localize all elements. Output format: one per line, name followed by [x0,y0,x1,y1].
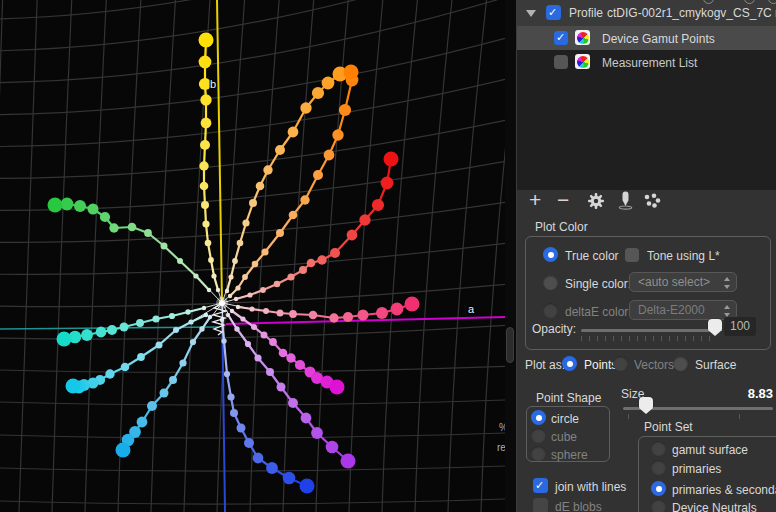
true-color-label: True color [565,249,619,263]
check-icon: ✓ [535,478,544,493]
plot-gap-strip [505,0,516,512]
layer-row-device-gamut-points[interactable]: ✓ Device Gamut Points [517,26,776,50]
point-set-primaries-secondaries-label: primaries & secondaries [672,483,776,497]
svg-text:b: b [210,78,216,90]
layer2-checkbox[interactable] [554,55,568,69]
opacity-slider-track[interactable] [581,329,711,332]
size-slider-tick [628,414,629,419]
remove-button[interactable]: − [557,190,569,210]
opacity-value: 100 [724,317,756,336]
profile-row[interactable]: ✓ Profile ctDIG-002r1_cmykogv_CS_7C no..… [517,0,776,26]
plot-as-points-radio[interactable] [562,356,577,371]
point-set-gamut-surface-label: gamut surface [672,443,748,457]
point-set-gamut-surface-radio[interactable] [651,441,666,456]
dropper-icon[interactable] [618,191,633,210]
join-with-lines-checkbox[interactable]: ✓ [533,478,548,493]
gamut-plot-canvas[interactable]: ba%re [0,0,505,512]
plot-as-surface-label: Surface [695,358,736,372]
shape-circle-radio[interactable] [531,410,546,425]
deltae-value: Delta-E2000 [638,303,705,317]
tone-using-l-checkbox[interactable] [625,248,639,262]
point-set-primaries-label: primaries [672,462,721,476]
layer-row-measurement-list[interactable]: Measurement List [517,50,776,73]
point-set-primaries-radio[interactable] [651,460,666,475]
de-blobs-label: dE blobs [555,500,602,512]
deltae-dropdown[interactable]: Delta-E2000 [629,300,737,320]
shape-cube-label: cube [551,430,577,444]
point-set-primaries-secondaries-radio[interactable] [651,481,666,496]
check-icon: ✓ [548,5,557,20]
size-value: 8.83 [739,386,773,401]
join-with-lines-label: join with lines [555,480,626,494]
shape-cube-radio[interactable] [531,428,546,443]
layer2-label: Measurement List [602,56,697,70]
single-color-dropdown[interactable]: <auto select> [629,272,737,292]
check-icon: ✓ [556,31,565,45]
layer1-label: Device Gamut Points [602,32,715,46]
opacity-slider-ticks [581,336,712,341]
single-color-label: Single color: [565,277,631,291]
gamut-3d-plot[interactable]: ba%re [0,0,505,512]
true-color-radio[interactable] [543,247,558,262]
single-color-radio[interactable] [543,275,558,290]
profile-checkbox[interactable]: ✓ [546,5,561,20]
shape-sphere-radio[interactable] [531,446,546,461]
point-set-title: Point Set [644,420,693,434]
gear-icon[interactable] [587,192,605,210]
point-set-device-neutrals-radio[interactable] [651,499,666,512]
shape-sphere-label: sphere [551,448,588,462]
plot-scrollbar-thumb[interactable] [506,327,514,363]
disclosure-triangle-icon[interactable] [526,10,536,17]
colorthink-grapher-window: ba%re ✓ Profile ctDIG-002r1_cmykogv_CS_7… [0,0,776,512]
size-slider-thumb[interactable] [639,397,653,409]
de-blobs-checkbox[interactable] [533,498,548,512]
profile-label: Profile [569,6,603,20]
settings-panel: ✓ Profile ctDIG-002r1_cmykogv_CS_7C no..… [516,0,776,512]
plot-as-label: Plot as: [525,358,565,372]
opacity-slider-thumb[interactable] [708,319,722,331]
svg-text:re: re [497,442,505,453]
add-button[interactable]: + [529,190,541,210]
plot-color-title: Plot Color [535,220,588,234]
plot-as-vectors-radio[interactable] [613,356,628,371]
point-shape-title: Point Shape [536,391,601,405]
color-wheel-icon [575,30,590,45]
tone-using-l-label: Tone using L* [647,249,720,263]
deltae-color-label: deltaE color: [565,305,632,319]
opacity-label: Opacity: [532,322,576,336]
points-cluster-icon[interactable] [643,193,661,209]
size-slider-tick [739,414,740,419]
single-color-value: <auto select> [638,275,710,289]
svg-text:a: a [468,303,475,315]
point-set-device-neutrals-label: Device Neutrals [672,501,757,512]
plot-as-vectors-label: Vectors [634,358,674,372]
plot-as-surface-radio[interactable] [673,356,688,371]
color-wheel-icon [575,54,590,69]
shape-circle-label: circle [551,412,579,426]
popup-chevrons-icon [723,275,731,291]
deltae-color-radio[interactable] [543,303,558,318]
profile-value[interactable]: ctDIG-002r1_cmykogv_CS_7C no... [607,6,776,20]
layer1-checkbox[interactable]: ✓ [554,31,568,45]
